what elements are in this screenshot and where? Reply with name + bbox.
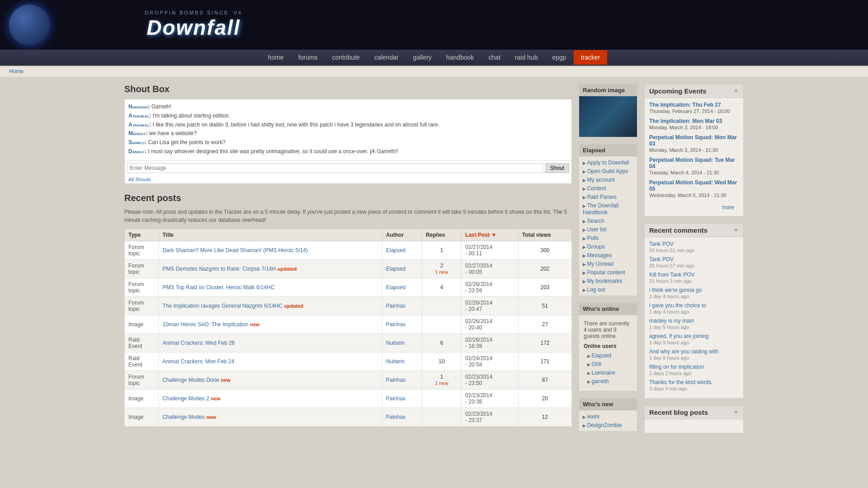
- shout-submit-button[interactable]: Shout: [545, 163, 569, 173]
- nav-epgp[interactable]: epgp: [545, 50, 573, 65]
- comment-age: 1 day 9 hours ago: [649, 355, 689, 361]
- shout-text: Garreth!: [151, 103, 171, 110]
- comment-link[interactable]: i gave you the choice to: [649, 302, 706, 309]
- col-lastpost: Last Post ▼: [462, 229, 519, 241]
- sidebar-link[interactable]: Search: [587, 218, 604, 224]
- post-author-link[interactable]: Painhax: [386, 414, 406, 420]
- comment-link[interactable]: And why are you raiding with: [649, 348, 718, 355]
- online-user-link[interactable]: garreth: [592, 378, 609, 385]
- col-type: Type: [125, 229, 159, 241]
- post-author-link[interactable]: Painhax: [386, 395, 406, 402]
- comment-link[interactable]: Tank POV: [649, 256, 674, 263]
- breadcrumb-home[interactable]: Home: [9, 68, 24, 75]
- post-title-link[interactable]: Challenge Modes: [162, 414, 204, 420]
- post-title-link[interactable]: Dark Shaman? More Like Dead Shaman! (PMS…: [162, 247, 307, 253]
- post-author-cell: Painhax: [382, 315, 422, 333]
- sidebar-link[interactable]: Polls: [587, 235, 599, 241]
- sidebar-link[interactable]: User list: [587, 226, 607, 233]
- sidebar-link[interactable]: My bookmarks: [587, 278, 623, 284]
- post-title-cell: Dark Shaman? More Like Dead Shaman! (PMS…: [159, 241, 382, 259]
- event-date: Tuesday, March 4, 2014 - 21:30: [649, 170, 719, 175]
- nav-calendar[interactable]: calendar: [367, 50, 406, 65]
- event-date: Wednesday, March 5, 2014 - 21:30: [649, 192, 726, 198]
- shout-entry: Atakheal: I'm talking about starting edi…: [128, 112, 568, 120]
- comment-link[interactable]: agreed, if you are joining: [649, 333, 708, 339]
- post-author-link[interactable]: Nuitarin: [386, 340, 405, 346]
- comment-link[interactable]: Tank POV: [649, 241, 674, 247]
- sidebar-link[interactable]: Raid Parses: [587, 194, 617, 200]
- post-title-link[interactable]: 10man Heroic SoO: The Implication: [162, 321, 248, 328]
- post-date-cell: 02/27/2014- 00:05: [462, 259, 519, 278]
- sidebar-link[interactable]: The Downfall Handbook: [583, 202, 619, 216]
- comment-link[interactable]: Kill from Tank POV: [649, 272, 694, 278]
- post-title-link[interactable]: PMS Demotes Nazgrim to Rank: Corpse 7/14…: [162, 266, 276, 272]
- post-author-cell: Elapsed: [382, 241, 422, 259]
- comment-age: 2 days 2 hours ago: [649, 371, 692, 376]
- sidebar-link[interactable]: Content: [587, 185, 606, 192]
- event-item: Perpetual Motion Squad: Tue Mar 04Tuesda…: [649, 157, 739, 176]
- shout-user: Shhrlc:: [128, 139, 146, 145]
- post-author-link[interactable]: Painhax: [386, 303, 406, 309]
- sidebar-link[interactable]: My Unread: [587, 261, 614, 267]
- sidebar-link[interactable]: Messages: [587, 252, 612, 258]
- comment-link[interactable]: i think we're gonna go: [649, 287, 702, 293]
- nav-contribute[interactable]: contribute: [325, 50, 367, 65]
- post-title-link[interactable]: Animal Crackers: Wed Feb 26: [162, 340, 235, 346]
- online-users-label: Online users: [584, 343, 632, 349]
- post-title-link[interactable]: The Implication ravages General Nazgrim …: [162, 303, 282, 309]
- recent-posts-section: Recent posts Please note: All posts and …: [124, 193, 572, 427]
- random-image-title: Random image: [579, 84, 637, 96]
- event-title-link[interactable]: The Implication: Mon Mar 03: [649, 118, 722, 124]
- event-title-link[interactable]: Perpetual Motion Squad: Mon Mar 03: [649, 134, 737, 147]
- sidebar-link-item: Search: [579, 216, 637, 225]
- post-views-cell: 20: [518, 389, 571, 408]
- shout-text: I'm talking about starting edition.: [153, 113, 231, 119]
- all-shouts-anchor[interactable]: All Shouts: [128, 177, 151, 182]
- event-title-link[interactable]: Perpetual Motion Squad: Wed Mar 05: [649, 179, 737, 192]
- nav-tracker[interactable]: tracker: [574, 50, 608, 65]
- post-title-link[interactable]: Animal Crackers: Mon Feb 24: [162, 358, 234, 365]
- online-user-link[interactable]: Ghli: [592, 361, 601, 367]
- comment-item: agreed, if you are joining1 day 9 hours …: [649, 333, 739, 346]
- post-title-cell: Challenge Modes 2 new: [159, 389, 382, 408]
- post-author-link[interactable]: Elapsed: [386, 247, 406, 253]
- sidebar-link[interactable]: Open Guild Apps: [587, 168, 628, 174]
- post-author-link[interactable]: Painhax: [386, 321, 406, 328]
- nav-chat[interactable]: chat: [481, 50, 507, 65]
- nav-raid-hub[interactable]: raid hub: [508, 50, 545, 65]
- sidebar-link[interactable]: Apply to Downfall: [587, 160, 629, 166]
- online-user-link[interactable]: Luminaire: [592, 370, 616, 376]
- event-title-link[interactable]: Perpetual Motion Squad: Tue Mar 04: [649, 157, 735, 169]
- sidebar-link[interactable]: Log out: [587, 286, 605, 293]
- sidebar-link[interactable]: Popular content: [587, 269, 625, 276]
- recent-blog-title: Recent blog posts ✦: [645, 406, 743, 419]
- event-title-link[interactable]: The Implication: Thu Feb 27: [649, 102, 721, 108]
- sidebar-link[interactable]: Groups: [587, 244, 605, 250]
- post-author-link[interactable]: Painhax: [386, 377, 406, 383]
- comment-link[interactable]: manley is my main: [649, 318, 694, 324]
- comment-link[interactable]: Thanks for the kind words,: [649, 379, 713, 385]
- nav-home[interactable]: home: [261, 50, 291, 65]
- sidebar-link[interactable]: My account: [587, 177, 615, 183]
- new-user-link[interactable]: lexini: [587, 413, 599, 420]
- post-title-link[interactable]: PMS Top Raid on Cluster, Heroic Malk 6/1…: [162, 284, 274, 291]
- table-row: RaidEvent Animal Crackers: Wed Feb 26 Nu…: [125, 333, 572, 352]
- comment-link[interactable]: filling on for implication: [649, 364, 704, 370]
- post-title-link[interactable]: Challenge Modes 2: [162, 395, 209, 402]
- shout-message-input[interactable]: [127, 163, 543, 173]
- post-author-link[interactable]: Nuitarin: [386, 358, 405, 365]
- post-author-link[interactable]: Elapsed: [386, 266, 406, 272]
- sidebar-link-item: Popular content: [579, 268, 637, 277]
- nav-forums[interactable]: forums: [291, 50, 325, 65]
- post-date-cell: 02/26/2014- 20:40: [462, 315, 519, 333]
- new-user-link[interactable]: DesignZombie: [587, 422, 622, 428]
- events-more-link[interactable]: more: [722, 204, 734, 211]
- sidebar-link-item: User list: [579, 225, 637, 234]
- nav-handbook[interactable]: handbook: [439, 50, 481, 65]
- online-user-link[interactable]: Elapsed: [592, 352, 611, 359]
- post-author-link[interactable]: Elapsed: [386, 284, 406, 291]
- post-title-link[interactable]: Challenge Modes Done: [162, 377, 219, 383]
- online-users-list: ElapsedGhliLuminairegarreth: [584, 349, 632, 387]
- nav-gallery[interactable]: gallery: [406, 50, 439, 65]
- post-title-cell: PMS Demotes Nazgrim to Rank: Corpse 7/14…: [159, 259, 382, 278]
